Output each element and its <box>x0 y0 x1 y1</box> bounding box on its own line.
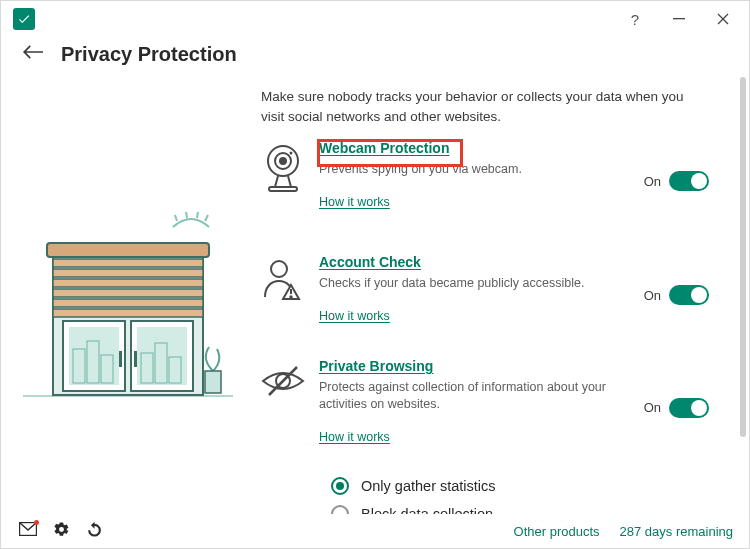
svg-rect-8 <box>53 279 203 287</box>
svg-rect-10 <box>53 299 203 307</box>
close-button[interactable] <box>701 1 745 37</box>
account-desc: Checks if your data became publicly acce… <box>319 275 619 292</box>
svg-rect-22 <box>119 351 122 367</box>
svg-point-31 <box>280 158 286 164</box>
svg-rect-15 <box>137 327 187 385</box>
app-logo-icon <box>13 8 35 30</box>
account-check-link[interactable]: Account Check <box>319 254 421 270</box>
account-toggle[interactable] <box>669 285 709 305</box>
content-area: Make sure nobody tracks your behavior or… <box>1 77 749 514</box>
svg-line-26 <box>197 212 198 218</box>
private-browsing-icon <box>261 357 319 445</box>
privacy-illustration <box>23 195 233 415</box>
footer-bar: Other products 287 days remaining <box>1 514 749 548</box>
svg-rect-7 <box>53 269 203 277</box>
radio-icon <box>331 505 349 514</box>
scrollbar[interactable] <box>740 77 746 437</box>
svg-line-38 <box>269 367 297 395</box>
svg-rect-0 <box>673 18 685 19</box>
account-state-label: On <box>644 288 661 303</box>
webcam-icon <box>261 139 319 210</box>
webcam-toggle[interactable] <box>669 171 709 191</box>
radio-label: Only gather statistics <box>361 478 496 494</box>
account-how-it-works-link[interactable]: How it works <box>319 309 390 323</box>
svg-line-25 <box>186 212 187 218</box>
title-bar: ? <box>1 1 749 37</box>
webcam-state-label: On <box>644 174 661 189</box>
back-button[interactable] <box>23 44 43 65</box>
private-browsing-link[interactable]: Private Browsing <box>319 358 433 374</box>
svg-line-24 <box>175 215 177 221</box>
page-header: Privacy Protection <box>1 37 749 80</box>
private-how-it-works-link[interactable]: How it works <box>319 430 390 444</box>
window-controls: ? <box>613 1 745 37</box>
svg-point-34 <box>271 261 287 277</box>
refresh-icon[interactable] <box>86 521 103 542</box>
radio-block-data-collection[interactable]: Block data collection <box>331 505 496 514</box>
page-title: Privacy Protection <box>61 43 237 66</box>
gear-icon[interactable] <box>53 521 70 542</box>
days-remaining-label[interactable]: 287 days remaining <box>620 524 733 539</box>
private-browsing-options: Only gather statistics Block data collec… <box>331 477 496 514</box>
help-button[interactable]: ? <box>613 1 657 37</box>
intro-text: Make sure nobody tracks your behavior or… <box>261 87 709 126</box>
webcam-protection-link[interactable]: Webcam Protection <box>319 140 449 156</box>
radio-icon <box>331 477 349 495</box>
private-toggle[interactable] <box>669 398 709 418</box>
webcam-desc: Prevents spying on you via webcam. <box>319 161 619 178</box>
private-desc: Protects against collection of informati… <box>319 379 619 413</box>
svg-rect-33 <box>269 187 297 191</box>
private-state-label: On <box>644 400 661 415</box>
svg-rect-14 <box>69 327 119 385</box>
svg-point-32 <box>290 152 293 155</box>
feature-webcam-protection: Webcam Protection Prevents spying on you… <box>261 139 709 210</box>
other-products-link[interactable]: Other products <box>514 524 600 539</box>
svg-point-36 <box>290 296 292 298</box>
svg-rect-23 <box>134 351 137 367</box>
svg-rect-6 <box>53 259 203 267</box>
svg-rect-11 <box>53 309 203 317</box>
svg-rect-5 <box>47 243 209 257</box>
feature-private-browsing: Private Browsing Protects against collec… <box>261 357 709 445</box>
account-check-icon <box>261 253 319 324</box>
svg-line-27 <box>205 215 208 221</box>
radio-label: Block data collection <box>361 506 493 514</box>
radio-only-gather-statistics[interactable]: Only gather statistics <box>331 477 496 495</box>
svg-rect-28 <box>205 371 221 393</box>
svg-rect-9 <box>53 289 203 297</box>
mail-icon[interactable] <box>19 522 37 540</box>
minimize-button[interactable] <box>657 1 701 37</box>
feature-account-check: Account Check Checks if your data became… <box>261 253 709 324</box>
webcam-how-it-works-link[interactable]: How it works <box>319 195 390 209</box>
